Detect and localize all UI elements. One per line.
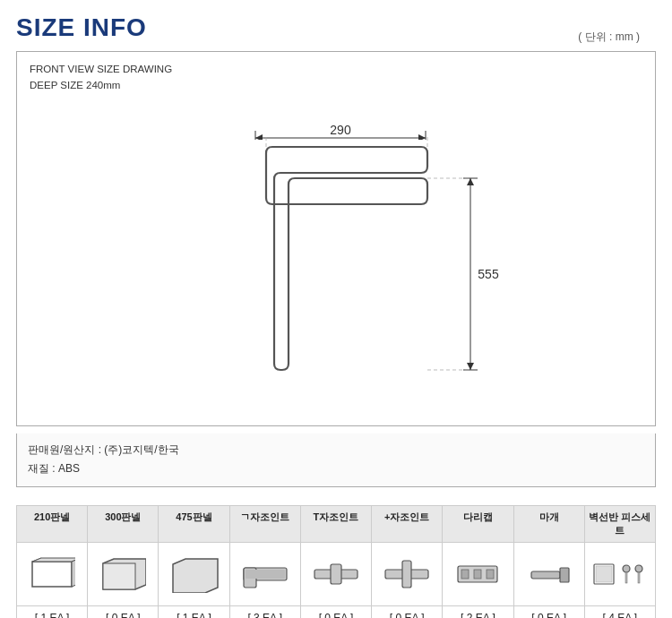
parts-qty-row: [ 1 EA ][ 0 EA ][ 1 EA ][ 3 EA ][ 0 EA ]… — [17, 606, 655, 618]
drawing-box: FRONT VIEW SIZE DRAWING DEEP SIZE 240mm … — [16, 51, 656, 426]
svg-rect-38 — [531, 571, 560, 579]
parts-image-8 — [585, 543, 655, 605]
svg-marker-26 — [173, 559, 218, 593]
parts-image-7 — [514, 543, 585, 605]
footer-info: 판매원/원산지 : (주)코지텍/한국 재질 : ABS — [16, 433, 656, 487]
parts-qty-5: [ 0 EA ] — [372, 606, 443, 618]
handle-drawing-svg: 290 — [31, 104, 641, 408]
svg-marker-11 — [467, 363, 474, 370]
svg-rect-36 — [474, 570, 481, 579]
parts-image-6 — [443, 543, 513, 605]
svg-marker-22 — [32, 558, 75, 562]
parts-header-row: 210판넬300판넬475판넬ㄱ자조인트T자조인트+자조인트다리캡마개벽선반 피… — [17, 506, 655, 543]
drawing-area: 290 — [30, 99, 642, 413]
svg-rect-43 — [625, 572, 627, 583]
material-info: 재질 : ABS — [28, 459, 644, 479]
unit-label: ( 단위 : mm ) — [578, 30, 640, 45]
svg-point-42 — [623, 565, 630, 572]
parts-image-5 — [372, 543, 443, 605]
drawing-label: FRONT VIEW SIZE DRAWING DEEP SIZE 240mm — [30, 61, 642, 94]
svg-rect-33 — [402, 561, 411, 588]
parts-image-4 — [301, 543, 372, 605]
svg-rect-31 — [331, 564, 341, 584]
parts-qty-4: [ 0 EA ] — [301, 606, 372, 618]
parts-image-row — [17, 543, 655, 606]
svg-rect-41 — [596, 566, 612, 582]
parts-image-0 — [17, 543, 88, 605]
parts-section: 210판넬300판넬475판넬ㄱ자조인트T자조인트+자조인트다리캡마개벽선반 피… — [16, 505, 656, 618]
parts-image-3 — [230, 543, 301, 605]
parts-qty-8: [ 4 EA ] — [585, 606, 655, 618]
parts-header-6: 다리캡 — [443, 506, 513, 542]
parts-qty-7: [ 0 EA ] — [514, 606, 585, 618]
parts-header-1: 300판넬 — [88, 506, 159, 542]
parts-header-5: +자조인트 — [372, 506, 443, 542]
parts-qty-0: [ 1 EA ] — [17, 606, 88, 618]
svg-text:290: 290 — [330, 123, 351, 137]
svg-rect-35 — [461, 570, 469, 579]
parts-qty-1: [ 0 EA ] — [88, 606, 159, 618]
header-area: SIZE INFO ( 단위 : mm ) — [16, 13, 656, 42]
parts-header-3: ㄱ자조인트 — [230, 506, 301, 542]
seller-info: 판매원/원산지 : (주)코지텍/한국 — [28, 441, 644, 460]
parts-image-2 — [159, 543, 229, 605]
svg-rect-19 — [32, 562, 72, 587]
svg-rect-45 — [638, 572, 640, 583]
svg-text:555: 555 — [478, 267, 499, 281]
parts-header-2: 475판넬 — [159, 506, 229, 542]
svg-rect-29 — [246, 570, 285, 579]
parts-header-0: 210판넬 — [17, 506, 88, 542]
parts-header-8: 벽선반 피스세트 — [585, 506, 655, 542]
svg-rect-37 — [487, 570, 494, 579]
page-title: SIZE INFO — [16, 13, 656, 42]
parts-image-1 — [88, 543, 159, 605]
parts-header-4: T자조인트 — [301, 506, 372, 542]
parts-qty-6: [ 2 EA ] — [443, 606, 513, 618]
svg-rect-25 — [103, 563, 135, 589]
parts-header-7: 마개 — [514, 506, 585, 542]
svg-rect-39 — [560, 568, 569, 582]
parts-qty-3: [ 3 EA ] — [230, 606, 301, 618]
svg-marker-10 — [467, 178, 474, 185]
svg-marker-23 — [72, 558, 75, 587]
svg-point-44 — [635, 565, 642, 572]
parts-qty-2: [ 1 EA ] — [159, 606, 229, 618]
